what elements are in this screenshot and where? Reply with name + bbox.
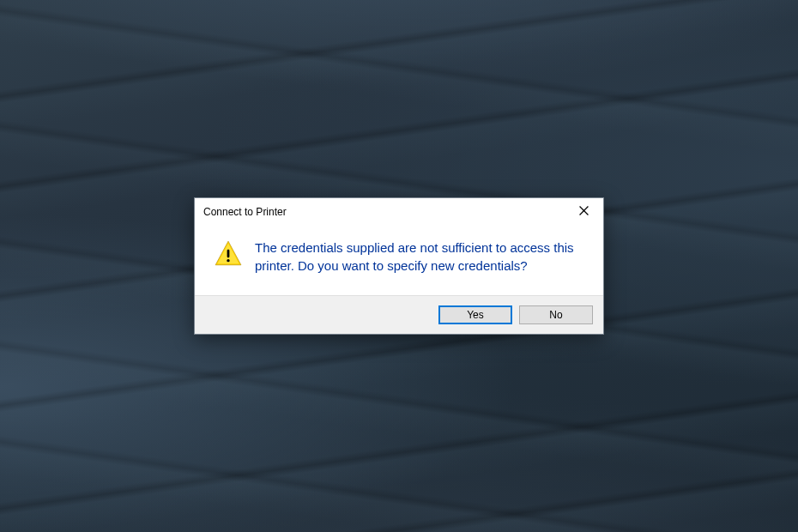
no-button[interactable]: No	[519, 305, 593, 324]
dialog-titlebar[interactable]: Connect to Printer	[195, 198, 603, 226]
warning-icon	[214, 239, 243, 275]
yes-button-label: Yes	[467, 309, 484, 321]
dialog-button-row: Yes No	[195, 295, 603, 334]
close-icon	[579, 206, 589, 218]
svg-point-5	[227, 259, 229, 262]
dialog-title: Connect to Printer	[203, 206, 287, 218]
dialog-content: The credentials supplied are not suffici…	[195, 226, 603, 295]
dialog-window: Connect to Printer The cred	[194, 197, 604, 335]
no-button-label: No	[549, 309, 562, 321]
desktop-background: Connect to Printer The cred	[0, 0, 798, 532]
dialog-message: The credentials supplied are not suffici…	[255, 239, 584, 275]
svg-rect-4	[227, 250, 230, 258]
yes-button[interactable]: Yes	[438, 305, 512, 324]
close-button[interactable]	[564, 198, 603, 226]
